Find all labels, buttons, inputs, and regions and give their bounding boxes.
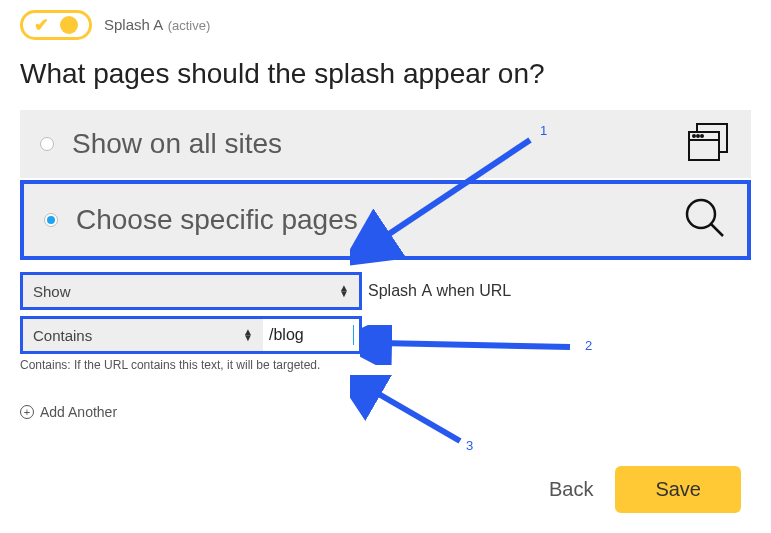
help-bold: Contains: bbox=[20, 358, 71, 372]
splash-status-text: (active) bbox=[168, 18, 211, 33]
option-all-sites[interactable]: Show on all sites bbox=[20, 110, 751, 178]
rule-mid-prefix: Splash bbox=[368, 282, 421, 299]
rule-action-select[interactable]: Show ▲▼ bbox=[23, 275, 359, 307]
rule-action-select-wrap: Show ▲▼ bbox=[20, 272, 362, 310]
plus-circle-icon: + bbox=[20, 405, 34, 419]
rule-match-select[interactable]: Contains ▲▼ bbox=[23, 319, 263, 351]
dot-icon bbox=[60, 16, 78, 34]
check-icon: ✔ bbox=[34, 14, 49, 36]
select-value: Show bbox=[33, 283, 71, 300]
back-button[interactable]: Back bbox=[549, 478, 593, 501]
rule-help-text: Contains: If the URL contains this text,… bbox=[20, 358, 751, 372]
rule-mid-suffix: when URL bbox=[432, 282, 511, 299]
annotation-num-1: 1 bbox=[540, 123, 547, 138]
add-another-label: Add Another bbox=[40, 404, 117, 420]
help-body: If the URL contains this text, it will b… bbox=[71, 358, 321, 372]
page-title: What pages should the splash appear on? bbox=[20, 58, 751, 90]
save-button[interactable]: Save bbox=[615, 466, 741, 513]
svg-point-3 bbox=[693, 135, 695, 137]
url-input[interactable] bbox=[263, 326, 359, 344]
splash-name: Splash A (active) bbox=[104, 16, 210, 34]
chevron-updown-icon: ▲▼ bbox=[339, 285, 349, 297]
option-specific-pages[interactable]: Choose specific pages bbox=[20, 180, 751, 260]
url-input-wrap bbox=[263, 319, 359, 351]
add-another-button[interactable]: + Add Another bbox=[20, 404, 751, 420]
pages-icon bbox=[687, 122, 731, 166]
text-cursor-icon bbox=[353, 325, 354, 345]
radio-icon[interactable] bbox=[44, 213, 58, 227]
annotation-num-3: 3 bbox=[466, 438, 473, 453]
header-bar: ✔ Splash A (active) bbox=[20, 10, 751, 40]
annotation-num-2: 2 bbox=[585, 338, 592, 353]
rule-mid-bold: A bbox=[421, 282, 432, 299]
svg-line-7 bbox=[711, 224, 723, 236]
footer-buttons: Back Save bbox=[549, 466, 741, 513]
radio-icon[interactable] bbox=[40, 137, 54, 151]
svg-point-4 bbox=[697, 135, 699, 137]
option-label: Show on all sites bbox=[72, 128, 687, 160]
rule-mid-text: Splash A when URL bbox=[368, 282, 511, 300]
svg-point-6 bbox=[687, 200, 715, 228]
svg-point-5 bbox=[701, 135, 703, 137]
select-value: Contains bbox=[33, 327, 92, 344]
option-label: Choose specific pages bbox=[76, 204, 683, 236]
rule-match-row: Contains ▲▼ bbox=[20, 316, 362, 354]
chevron-updown-icon: ▲▼ bbox=[243, 329, 253, 341]
splash-name-text: Splash A bbox=[104, 16, 163, 33]
magnifier-icon bbox=[683, 196, 727, 244]
rule-area: Show ▲▼ Splash A when URL Contains ▲▼ Co… bbox=[20, 272, 751, 420]
splash-toggle-badge[interactable]: ✔ bbox=[20, 10, 92, 40]
